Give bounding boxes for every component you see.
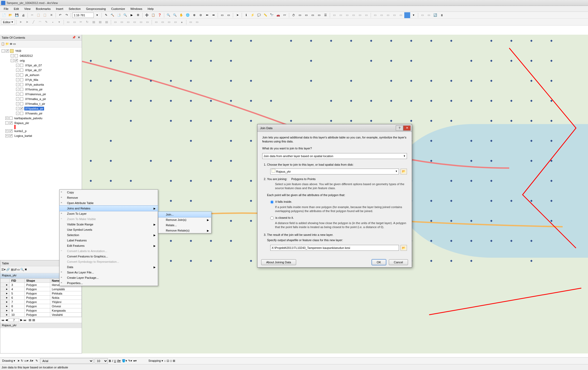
ok-button[interactable]: OK	[372, 259, 386, 265]
magnifier-icon[interactable]: ▭	[310, 12, 316, 18]
layer-checkbox[interactable]	[15, 59, 18, 62]
toc-layer-yk_ashuon[interactable]: - yk_ashuon	[0, 73, 82, 77]
cell[interactable]: 10	[10, 313, 25, 317]
edit-annotation-icon[interactable]: ➤	[24, 19, 30, 25]
cell[interactable]: Polygon	[25, 308, 50, 313]
drawing-menu[interactable]: Drawing ▾	[1, 359, 16, 363]
toc-root[interactable]: - YKR	[0, 49, 82, 53]
pause-drawing-icon[interactable]: ⏸	[439, 12, 445, 18]
catalog-icon[interactable]: 📑	[116, 12, 122, 18]
toc-layer-XYtmatka_t_pir[interactable]: - XYtmatka_t_pir	[0, 101, 82, 106]
line-color-icon[interactable]: ✎▾	[128, 359, 132, 363]
menu-customize[interactable]: Customize	[108, 6, 128, 11]
expand-icon[interactable]: -	[16, 107, 19, 110]
layer-checkbox[interactable]	[6, 49, 9, 53]
modelbuilder-icon[interactable]: ⚙	[135, 12, 141, 18]
cut-polygons-icon[interactable]: ▭	[72, 19, 77, 25]
cell[interactable]: Vesilahti	[50, 313, 82, 317]
create-viewer-icon[interactable]: ▭	[297, 12, 303, 18]
radio-closest[interactable]	[270, 216, 274, 220]
ctxmenu-create-layer-package-[interactable]: ▫ Create Layer Package...	[60, 275, 158, 280]
layer-checkbox[interactable]	[20, 107, 23, 110]
cell[interactable]: Nokia	[50, 296, 82, 300]
cell[interactable]: Polygon	[25, 283, 50, 287]
flicker-icon[interactable]: ▾	[411, 12, 417, 18]
ctxmenu-zoom-to-layer[interactable]: ▫ Zoom To Layer	[60, 211, 158, 216]
toc-icon[interactable]: 📋	[150, 12, 156, 18]
row-indicator[interactable]: ▸	[1, 291, 10, 296]
layer-label[interactable]: karttapalaute_palvelu	[14, 116, 43, 120]
layer-label[interactable]: XYyk_ttila	[24, 78, 39, 82]
cell[interactable]: Ylöjärvi	[50, 300, 82, 304]
ctxmenu-use-symbol-levels[interactable]: Use Symbol Levels	[60, 227, 158, 232]
layer-checkbox[interactable]	[9, 121, 13, 125]
menu-windows[interactable]: Windows	[128, 6, 145, 11]
ctxmenu-visible-scale-range[interactable]: Visible Scale Range ▶	[60, 222, 158, 227]
toc-layer-karttapalaute_palvelu[interactable]: + karttapalaute_palvelu	[0, 116, 82, 121]
table-related-icon[interactable]: 🔗	[6, 268, 10, 271]
topo-ed2-icon[interactable]: ▭	[119, 19, 125, 25]
cell[interactable]: Polygon	[25, 287, 50, 291]
table-clear-selection-icon[interactable]: ▭	[17, 268, 20, 271]
zoom-in-icon[interactable]: 🔍	[166, 12, 171, 18]
cell[interactable]: 4	[10, 287, 25, 291]
toc-layer-orig[interactable]: - orig	[0, 58, 82, 63]
table-last-icon[interactable]: ⏭	[23, 319, 26, 322]
cut-icon[interactable]: ✂	[29, 12, 35, 18]
ctxmenu-remove[interactable]: ▫ Remove	[60, 195, 158, 200]
viewer-icon[interactable]: ▭	[316, 12, 322, 18]
layer-label[interactable]: yk_ashuon	[24, 73, 40, 77]
cell[interactable]: Orivesi	[50, 304, 82, 308]
cell[interactable]: Polygon	[25, 300, 50, 304]
expand-icon[interactable]: -	[16, 69, 19, 72]
joins-relates-submenu[interactable]: Join... Remove Join(s) ▶ Relate... Remov…	[158, 212, 211, 233]
table-show-selected-icon[interactable]: ▤	[32, 318, 35, 322]
table-next-icon[interactable]: ▶	[20, 318, 22, 322]
dialog-help-button[interactable]: ?	[396, 125, 403, 131]
row-indicator[interactable]: ▸	[1, 300, 10, 304]
toc-layer-XYpir_ah_07[interactable]: - XYpir_ah_07	[0, 63, 82, 68]
select-elements-icon[interactable]: ➤	[17, 359, 20, 363]
open-icon[interactable]: 📂	[7, 12, 13, 18]
about-joining-button[interactable]: About Joining Data	[261, 259, 296, 265]
ctxmenu-copy[interactable]: ▫ Copy	[60, 190, 158, 195]
undo-icon[interactable]: ↶	[57, 12, 63, 18]
ctxmenu-convert-features-to-graphics-[interactable]: Convert Features to Graphics...	[60, 254, 158, 259]
data-view-icon[interactable]: ▭	[420, 12, 425, 18]
font-color-icon[interactable]: A▾	[117, 359, 121, 363]
create-features-icon[interactable]: ▤	[104, 19, 109, 25]
layer-checkbox[interactable]	[20, 102, 23, 105]
print-icon[interactable]: 🖨	[20, 12, 26, 18]
table-delete-selected-icon[interactable]: ✖	[25, 268, 27, 271]
cell[interactable]: Polygon	[25, 313, 50, 317]
table-row[interactable]: ▸7PolygonYlöjärvi	[1, 300, 82, 304]
layer-checkbox[interactable]	[20, 69, 23, 72]
best-fit-icon[interactable]: ▭	[379, 12, 385, 18]
save-icon[interactable]: 💾	[14, 12, 20, 18]
back-extent-icon[interactable]: ⬅	[204, 12, 210, 18]
table-options-icon[interactable]: ☰▾	[1, 268, 6, 271]
table-row[interactable]: ▸10PolygonVesilahti	[1, 313, 82, 317]
cell[interactable]: Lempäälä	[50, 287, 82, 291]
layer-label[interactable]: XYtvoima_pir	[24, 87, 43, 91]
full-extent-icon[interactable]: 🌐	[185, 12, 191, 18]
toc-layer-XYyk_askunta[interactable]: - XYyk_askunta	[0, 82, 82, 87]
table-show-all-icon[interactable]: ▤	[29, 318, 31, 322]
topo-ed7-icon[interactable]: ▭	[153, 19, 159, 25]
layer-checkbox[interactable]	[20, 78, 23, 81]
toc-layer-XYtvoima_pir[interactable]: - XYtvoima_pir	[0, 87, 82, 92]
layer-checkbox[interactable]	[9, 117, 13, 120]
snap-end-icon[interactable]: ⊡	[167, 359, 169, 363]
text-icon[interactable]: ▭	[351, 12, 356, 18]
straight-segment-icon[interactable]: ╱	[31, 19, 37, 25]
toolbox-icon[interactable]: 🔨	[109, 12, 115, 18]
cell[interactable]: 3	[10, 283, 25, 287]
dialog-close-button[interactable]: ✕	[403, 125, 411, 131]
find-icon[interactable]: 🔭	[269, 12, 275, 18]
toc-layer-Rajaus_ykr[interactable]: - Rajaus_ykr	[0, 121, 82, 125]
scale-input[interactable]	[72, 13, 94, 18]
scale-dropdown-icon[interactable]: ▾	[94, 12, 100, 18]
cell[interactable]: 5	[10, 291, 25, 296]
layer-checkbox[interactable]	[20, 64, 23, 67]
cell[interactable]: 8	[10, 304, 25, 308]
